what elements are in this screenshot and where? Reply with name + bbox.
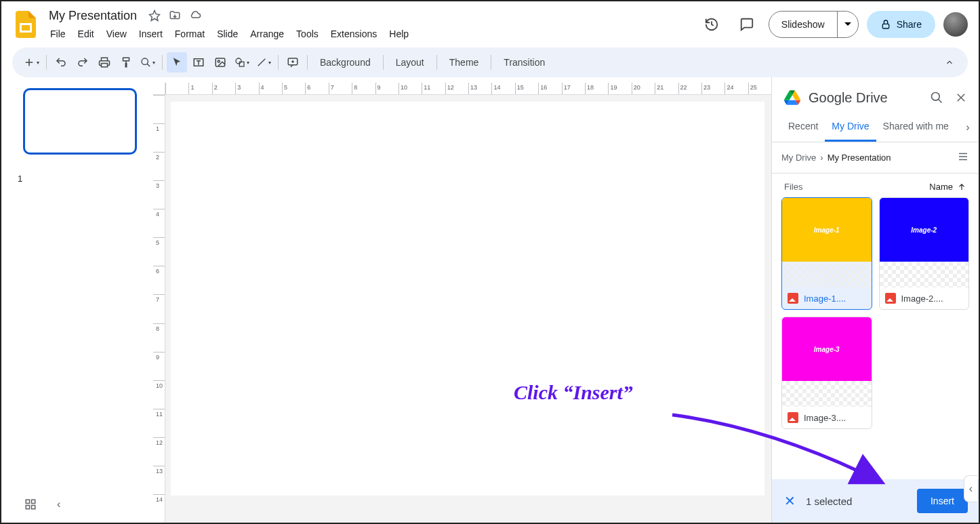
svg-point-6	[218, 60, 220, 62]
side-panel-toggle[interactable]: ‹	[964, 475, 977, 502]
menu-tools[interactable]: Tools	[291, 26, 324, 42]
ruler-horizontal: 1234567891011121314151617181920212223242…	[165, 83, 771, 95]
image-type-icon	[788, 293, 798, 304]
slide-canvas[interactable]	[171, 102, 764, 496]
menu-edit[interactable]: Edit	[73, 26, 100, 42]
chevron-right-icon: ›	[820, 153, 823, 163]
tabs-scroll-right[interactable]: ›	[960, 119, 976, 136]
arrow-up-icon	[957, 182, 966, 192]
menu-insert[interactable]: Insert	[134, 26, 168, 42]
file-name: Image-1....	[804, 294, 846, 304]
slideshow-button[interactable]: Slideshow	[769, 12, 837, 37]
svg-rect-8	[239, 62, 244, 66]
share-label: Share	[897, 19, 922, 30]
paint-format-button[interactable]	[116, 52, 136, 73]
background-button[interactable]: Background	[312, 52, 379, 73]
slides-logo[interactable]	[12, 11, 39, 38]
file-preview: Image-1	[782, 198, 872, 262]
toolbar: Background Layout Theme Transition	[12, 47, 968, 77]
breadcrumb-current: My Presentation	[828, 153, 891, 163]
drive-search-icon[interactable]	[928, 89, 945, 106]
svg-rect-11	[26, 500, 29, 503]
grid-view-icon[interactable]	[24, 498, 38, 512]
svg-point-10	[932, 93, 940, 101]
layout-button[interactable]: Layout	[388, 52, 432, 73]
drive-tabs: RecentMy DriveShared with me›	[772, 114, 979, 142]
file-name: Image-3....	[804, 413, 846, 423]
drive-panel: Google Drive RecentMy DriveShared with m…	[771, 77, 979, 523]
zoom-button[interactable]	[138, 52, 158, 73]
files-heading: Files	[784, 182, 802, 192]
menu-extensions[interactable]: Extensions	[325, 26, 382, 42]
redo-button[interactable]	[73, 52, 93, 73]
canvas-area: 1234567891011121314151617181920212223242…	[153, 83, 771, 523]
drive-tab-shared-with-me[interactable]: Shared with me	[876, 114, 956, 142]
cloud-icon[interactable]	[188, 9, 202, 22]
image-type-icon	[788, 412, 798, 423]
image-button[interactable]	[210, 52, 230, 73]
print-button[interactable]	[94, 52, 115, 73]
toolbar-collapse-icon[interactable]	[939, 52, 960, 73]
filmstrip: 1	[1, 77, 153, 523]
list-view-icon[interactable]	[957, 150, 969, 165]
file-card[interactable]: Image-3Image-3....	[781, 317, 872, 429]
menu-slide[interactable]: Slide	[211, 26, 243, 42]
svg-rect-1	[22, 25, 30, 31]
move-icon[interactable]	[168, 9, 182, 22]
ruler-vertical: 1234567891011121314	[153, 95, 165, 523]
svg-rect-2	[882, 24, 889, 28]
star-icon[interactable]	[148, 9, 161, 22]
new-slide-button[interactable]	[20, 52, 42, 73]
file-name: Image-2....	[901, 294, 943, 304]
transition-button[interactable]: Transition	[495, 52, 553, 73]
menu-file[interactable]: File	[45, 26, 71, 42]
drive-panel-title: Google Drive	[809, 90, 920, 106]
slide-thumbnail[interactable]	[23, 88, 137, 155]
drive-tab-my-drive[interactable]: My Drive	[825, 114, 876, 142]
history-icon[interactable]	[698, 11, 725, 38]
slide-number: 1	[18, 174, 22, 184]
slideshow-dropdown[interactable]	[837, 12, 858, 37]
doc-title[interactable]: My Presentation	[45, 7, 141, 24]
sort-button[interactable]: Name	[929, 182, 966, 192]
menu-help[interactable]: Help	[384, 26, 414, 42]
selection-count: 1 selected	[806, 496, 907, 507]
theme-button[interactable]: Theme	[441, 52, 487, 73]
file-preview: Image-2	[880, 198, 969, 262]
drive-close-icon[interactable]	[953, 89, 969, 106]
svg-rect-14	[32, 506, 35, 509]
comment-icon[interactable]	[733, 11, 760, 38]
select-tool[interactable]	[167, 52, 187, 73]
menu-arrange[interactable]: Arrange	[245, 26, 289, 42]
image-type-icon	[885, 293, 896, 304]
menubar: FileEditViewInsertFormatSlideArrangeTool…	[45, 26, 698, 42]
svg-point-7	[236, 58, 241, 64]
drive-tab-recent[interactable]: Recent	[781, 114, 825, 142]
account-avatar[interactable]	[943, 12, 968, 37]
shape-button[interactable]	[232, 52, 252, 73]
file-preview: Image-3	[782, 317, 872, 381]
file-card[interactable]: Image-2Image-2....	[879, 197, 970, 310]
file-checker	[782, 381, 872, 407]
comment-add-button[interactable]	[283, 52, 303, 73]
share-button[interactable]: Share	[867, 11, 935, 38]
clear-selection-icon[interactable]: ✕	[783, 493, 796, 509]
filmstrip-collapse-icon[interactable]: ‹	[57, 498, 60, 510]
menu-view[interactable]: View	[101, 26, 132, 42]
drive-logo-icon	[784, 90, 800, 105]
line-button[interactable]	[253, 52, 274, 73]
breadcrumb-root[interactable]: My Drive	[781, 153, 816, 163]
undo-button[interactable]	[51, 52, 71, 73]
textbox-button[interactable]	[188, 52, 209, 73]
file-checker	[782, 262, 872, 287]
svg-rect-12	[32, 500, 35, 503]
file-card[interactable]: Image-1Image-1....	[781, 197, 872, 310]
menu-format[interactable]: Format	[169, 26, 210, 42]
svg-point-3	[142, 58, 148, 64]
insert-button[interactable]: Insert	[917, 489, 968, 513]
file-checker	[880, 262, 969, 287]
svg-rect-13	[26, 506, 29, 509]
